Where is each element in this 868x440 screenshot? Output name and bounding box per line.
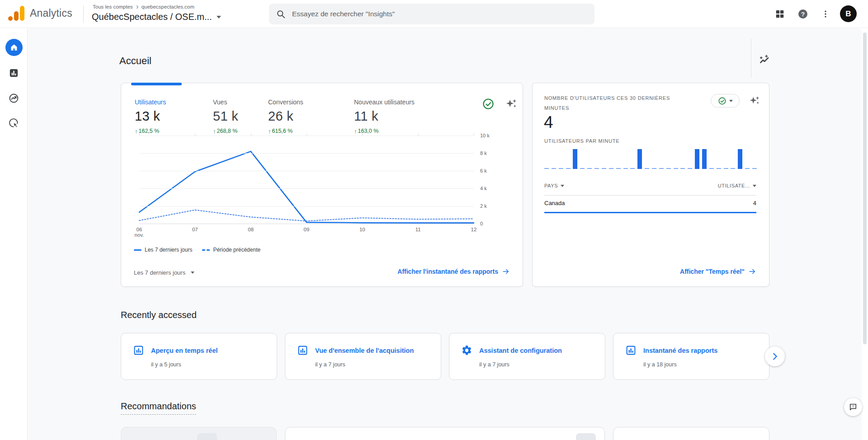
minute-slot-dash [616,168,621,169]
recent-card-reports-snapshot[interactable]: Instantané des rapports il y a 18 jours [613,333,769,380]
arrow-up-icon: ↑ [213,128,216,134]
data-quality-dropdown[interactable] [711,94,740,108]
minute-slot-dash [566,168,571,169]
chevron-down-icon [753,185,756,187]
minute-slot-dash [659,168,664,169]
users-per-minute-chart [544,147,757,169]
sidebar-item-reports[interactable] [0,68,28,78]
feedback-button[interactable] [844,398,862,416]
recent-card-acquisition-overview[interactable]: Vue d'ensemble de l'acquisition il y a 7… [285,333,441,380]
chevron-right-icon [135,5,140,9]
reports-snapshot-link[interactable]: Afficher l'instantané des rapports [397,267,510,276]
account-avatar[interactable]: B [840,5,857,22]
sidebar-item-explore[interactable] [0,93,28,104]
sparkle-ai-icon[interactable] [505,98,518,110]
recent-card-time: il y a 7 jours [315,361,345,368]
country-row[interactable]: Canada 4 [544,200,756,206]
country-row-bar [544,212,756,213]
metric-change: ↑268,8 % [213,128,238,134]
recent-card-time: il y a 18 jours [643,361,677,368]
active-tab-indicator [131,83,182,85]
breadcrumb-all-accounts[interactable]: Tous les comptes [93,4,133,9]
minute-slot-dash [666,168,671,169]
chevron-right-icon [770,351,780,361]
recent-card-realtime-overview[interactable]: Aperçu en temps réel il y a 5 jours [121,333,277,380]
recommendation-thumbnail [197,433,217,440]
realtime-card: NOMBRE D'UTILISATEURS CES 30 DERNIÈRES M… [532,83,769,287]
users-column-selector[interactable]: UTILISATE... [718,183,756,188]
country-column-selector[interactable]: PAYS [544,183,564,188]
minute-slot-dash [580,168,585,169]
breadcrumb: Tous les comptes quebecspectacles.com [93,4,194,9]
sparkle-ai-icon[interactable] [749,95,760,107]
minute-slot-dash [724,168,728,169]
insights-icon[interactable] [758,53,771,67]
recommendations-title: Recommandations [121,401,196,415]
minute-bar [637,149,642,169]
chevron-down-icon [729,100,733,102]
recent-card-label: Instantané des rapports [643,347,717,354]
y-axis-label: 10 k [480,133,490,138]
legend-previous-period: Période précédente [202,247,260,253]
page-title: Accueil [119,55,151,67]
minute-bar [702,149,707,169]
metric-label: Nouveaux utilisateurs [354,98,415,106]
check-circle-icon [718,97,726,105]
chevron-down-icon [217,16,221,19]
axis-tick [251,133,251,136]
users-per-minute-label: UTILISATEURS PAR MINUTE [544,138,620,144]
scrollbar-thumb[interactable] [863,33,867,344]
help-icon[interactable]: ? [797,8,809,20]
country-users: 4 [753,200,756,206]
sidebar-item-home[interactable] [0,39,28,56]
metric-tab-utilisateurs[interactable]: Utilisateurs 13 k ↑162,5 % [135,98,166,134]
more-vert-icon[interactable] [820,8,831,20]
axis-tick [362,133,363,136]
minute-bar [738,149,742,169]
axis-tick [307,133,307,136]
breadcrumb-account[interactable]: quebecspectacles.com [142,4,194,9]
axis-tick [474,133,474,136]
sidebar-item-advertising[interactable] [0,117,28,129]
axis-tick [195,133,195,136]
google-analytics-logo[interactable] [8,6,26,21]
x-axis-label: 12 [460,227,487,232]
x-axis-label: 06nov. [126,227,153,238]
minute-slot-dash [623,168,628,169]
search-bar[interactable] [269,4,594,24]
recent-card-setup-assistant[interactable]: Assistant de configuration il y a 7 jour… [449,333,605,380]
gear-icon [461,345,472,356]
logo-bar-tall [20,6,24,21]
carousel-next-button[interactable] [765,346,785,366]
metric-tab-conversions[interactable]: Conversions 26 k ↑615,6 % [268,98,303,134]
minute-slot-dash [609,168,613,169]
gridline [139,171,474,171]
date-range-selector[interactable]: Les 7 derniers jours [134,269,194,276]
x-axis-label: 08 [237,227,264,232]
data-quality-icon[interactable] [482,98,495,110]
recommendation-card[interactable] [613,427,769,440]
metric-tab-vues[interactable]: Vues 51 k ↑268,8 % [213,98,238,134]
left-nav-rail [0,28,28,440]
realtime-report-link[interactable]: Afficher "Temps réel" [680,267,756,276]
metric-change: ↑615,6 % [268,128,303,134]
recommendation-card[interactable] [121,427,277,440]
recent-card-label: Vue d'ensemble de l'acquisition [315,347,414,354]
legend-current-period: Les 7 derniers jours [134,247,192,253]
search-icon [276,9,286,19]
report-icon [625,345,637,356]
apps-grid-icon[interactable] [774,8,786,20]
recommendation-card[interactable] [285,427,605,440]
realtime-users-count: 4 [544,113,553,132]
metric-label: Utilisateurs [135,98,166,106]
search-input[interactable] [292,10,587,18]
gridline [139,188,474,189]
minute-slot-dash [731,168,735,169]
property-selector[interactable]: QuébecSpectacles / OSE.m... [92,12,221,22]
divider [83,5,84,23]
brand-title: Analytics [30,7,72,19]
arrow-up-icon: ↑ [268,128,271,134]
minute-slot-dash [645,168,649,169]
report-icon [133,345,144,356]
metric-tab-nouveaux-utilisateurs[interactable]: Nouveaux utilisateurs 11 k ↑163,0 % [354,98,415,134]
